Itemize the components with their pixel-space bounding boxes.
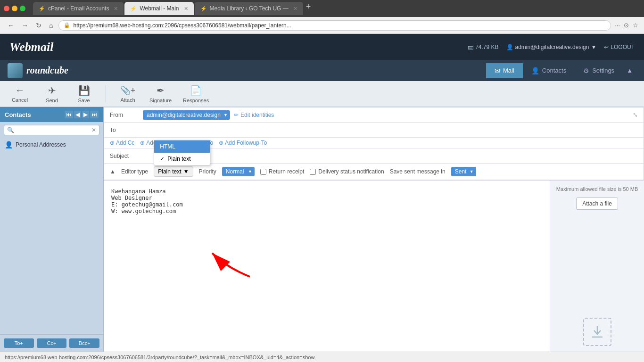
bookmarks-icon[interactable]: ··· <box>615 22 620 29</box>
sidebar-prev-btn[interactable]: ◀ <box>74 111 81 118</box>
cpanel-tab-close[interactable]: ✕ <box>114 6 118 12</box>
sidebar-next-btn[interactable]: ▶ <box>82 111 89 118</box>
nav-mail[interactable]: ✉ Mail <box>486 63 523 78</box>
to-input[interactable] <box>143 126 638 134</box>
save-button[interactable]: 💾 Save <box>74 85 94 103</box>
editor-type-dropdown[interactable]: Plain text ▼ HTML ✓ Plain text <box>154 166 193 177</box>
nav-settings[interactable]: ⚙ Settings <box>575 63 623 78</box>
forward-button[interactable]: → <box>20 21 30 30</box>
signature-button[interactable]: ✒ Signature <box>149 85 172 103</box>
editor-type-button[interactable]: Plain text ▼ <box>154 166 193 177</box>
cancel-button[interactable]: ← Cancel <box>9 85 30 103</box>
compose-body: Kwehangana Hamza Web Designer E: gotechu… <box>104 181 644 352</box>
delivery-status-label: Delivery status notification <box>318 168 384 175</box>
browser-tabs: ⚡ cPanel - Email Accounts ✕ ⚡ Webmail - … <box>33 2 640 15</box>
browser-tab-cpanel[interactable]: ⚡ cPanel - Email Accounts ✕ <box>33 2 124 15</box>
editor-html-option[interactable]: HTML <box>154 140 210 153</box>
roundcube-nav: ✉ Mail 👤 Contacts ⚙ Settings ▲ <box>486 63 636 78</box>
nav-contacts-label: Contacts <box>542 67 566 74</box>
mail-icon: ✉ <box>495 67 500 74</box>
user-icon: 👤 <box>506 44 513 50</box>
minimize-window-btn[interactable] <box>12 6 17 11</box>
from-select-wrap[interactable]: admin@digitalcreative.design <box>143 110 230 120</box>
browser-tab-media[interactable]: ⚡ Media Library ‹ GO Tech UG — ✕ <box>195 2 303 15</box>
cc-add-button[interactable]: Cc+ <box>37 338 67 348</box>
personal-addresses-group[interactable]: 👤 Personal Addresses <box>0 138 103 151</box>
responses-button[interactable]: 📄 Responses <box>183 85 209 103</box>
personal-addresses-label: Personal Addresses <box>16 141 66 148</box>
to-field[interactable] <box>143 126 638 134</box>
from-field: admin@digitalcreative.design ✏ Edit iden… <box>143 110 633 120</box>
roundcube-navbar: roundcube ✉ Mail 👤 Contacts ⚙ Settings ▲ <box>0 60 644 81</box>
url-bar[interactable]: 🔒 https://premium68.web-hosting.com:2096… <box>58 20 611 31</box>
roundcube-logo <box>8 63 23 78</box>
to-add-button[interactable]: To+ <box>4 338 34 348</box>
delivery-status-checkbox[interactable] <box>310 169 316 175</box>
editor-type-current: Plain text <box>158 168 181 175</box>
home-button[interactable]: ⌂ <box>47 21 55 30</box>
nav-contacts[interactable]: 👤 Contacts <box>523 63 575 78</box>
editor-plain-option[interactable]: ✓ Plain text <box>154 153 210 165</box>
send-label: Send <box>46 98 58 103</box>
plain-option-label: Plain text <box>167 156 190 162</box>
header-right: 🖴 74.79 KB 👤 admin@digitalcreative.desig… <box>468 44 635 50</box>
add-cc-link[interactable]: ⊕ Add Cc <box>110 140 134 146</box>
attachments-panel: Maximum allowed file size is 50 MB Attac… <box>550 181 644 352</box>
expand-compose-icon[interactable]: ⤡ <box>633 111 638 118</box>
close-window-btn[interactable] <box>4 6 9 11</box>
browser-tab-webmail[interactable]: ⚡ Webmail - Main ✕ <box>124 2 193 15</box>
maximize-window-btn[interactable] <box>20 6 25 11</box>
cancel-label: Cancel <box>12 97 28 103</box>
send-button[interactable]: ✈ Send <box>41 85 62 103</box>
compose-editor[interactable]: Kwehangana Hamza Web Designer E: gotechu… <box>104 181 550 352</box>
logout-icon: ↩ <box>604 44 609 50</box>
attach-button[interactable]: 📎+ Attach <box>117 85 138 103</box>
subject-input[interactable] <box>143 152 638 160</box>
status-url: https://premium68.web-hosting.com:2096/c… <box>5 354 314 360</box>
media-tab-close[interactable]: ✕ <box>293 6 297 12</box>
disk-usage-value: 74.79 KB <box>475 44 498 50</box>
sidebar-first-btn[interactable]: ⏮ <box>65 111 73 118</box>
bcc-add-button[interactable]: Bcc+ <box>69 338 99 348</box>
nav-expand-button[interactable]: ▲ <box>623 63 636 78</box>
logout-button[interactable]: ↩ LOGOUT <box>604 44 635 50</box>
attach-label: Attach <box>120 97 135 103</box>
sidebar-title: Contacts <box>5 111 31 118</box>
sidebar-last-btn[interactable]: ⏭ <box>90 111 99 118</box>
contacts-icon: 👤 <box>531 67 539 74</box>
search-icon: 🔍 <box>7 127 14 133</box>
attach-file-button[interactable]: Attach a file <box>576 197 618 210</box>
webmail-tab-close[interactable]: ✕ <box>184 6 188 12</box>
add-followup-link[interactable]: ⊕ Add Followup-To <box>219 140 267 146</box>
back-button[interactable]: ← <box>6 21 16 30</box>
priority-select-wrap[interactable]: LowestLowNormalHighHighest <box>222 167 255 176</box>
delivery-status-group: Delivery status notification <box>310 168 384 175</box>
search-clear-icon[interactable]: ✕ <box>91 127 96 133</box>
search-input[interactable] <box>16 127 90 133</box>
search-input-wrap[interactable]: 🔍 ✕ <box>4 125 99 135</box>
subject-field[interactable] <box>143 152 638 160</box>
pocket-icon[interactable]: ⊙ <box>624 22 629 29</box>
return-receipt-checkbox[interactable] <box>260 169 266 175</box>
star-icon[interactable]: ☆ <box>633 22 638 29</box>
save-folder-select[interactable]: Sent <box>451 167 476 176</box>
disk-usage: 🖴 74.79 KB <box>468 44 498 50</box>
user-dropdown-arrow[interactable]: ▼ <box>591 44 596 50</box>
edit-identities-link[interactable]: ✏ Edit identities <box>234 112 274 118</box>
new-tab-button[interactable]: + <box>304 2 313 15</box>
edit-identities-label: Edit identities <box>240 112 274 118</box>
save-folder-wrap[interactable]: Sent <box>451 167 476 176</box>
priority-select[interactable]: LowestLowNormalHighHighest <box>222 167 255 176</box>
signature-text: Kwehangana Hamza Web Designer E: gotechu… <box>111 188 542 214</box>
editor-type-label: Editor type <box>121 168 148 175</box>
media-tab-label: Media Library ‹ GO Tech UG — <box>210 5 289 12</box>
editor-type-arrow: ▼ <box>183 168 189 175</box>
add-bcc-plus-icon: ⊕ <box>140 140 145 146</box>
options-collapse-btn[interactable]: ▲ <box>110 168 116 175</box>
reload-button[interactable]: ↻ <box>34 21 43 30</box>
responses-icon: 📄 <box>190 85 202 96</box>
roundcube-brand-name: roundcube <box>26 65 68 76</box>
download-placeholder <box>583 318 611 346</box>
cpanel-tab-label: cPanel - Email Accounts <box>48 5 109 12</box>
from-select[interactable]: admin@digitalcreative.design <box>143 110 230 120</box>
